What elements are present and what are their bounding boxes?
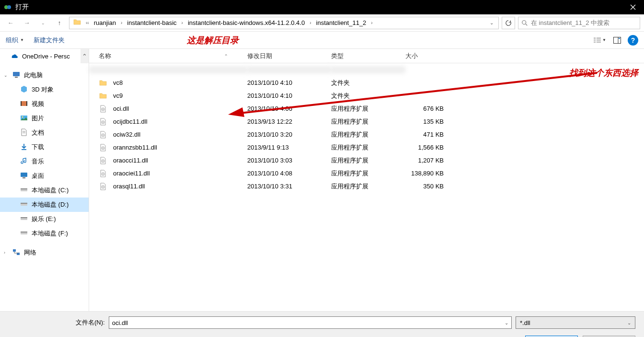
- sidebar-scroll-up[interactable]: ⌃: [80, 49, 89, 63]
- sidebar-videos[interactable]: 视频: [0, 97, 89, 111]
- window-title: 打开: [15, 3, 622, 12]
- file-name: oraociei11.dll: [113, 170, 150, 177]
- sidebar-network[interactable]: ›网络: [0, 245, 89, 260]
- file-type: 应用程序扩展: [331, 117, 405, 126]
- file-size: 1,566 KB: [405, 144, 453, 151]
- caret-down-icon: ▼: [602, 38, 606, 42]
- search-input[interactable]: 在 instantclient_11_2 中搜索: [518, 17, 640, 29]
- sidebar-this-pc[interactable]: ⌄ 此电脑: [0, 68, 89, 82]
- dll-file-icon: [99, 170, 107, 177]
- svg-rect-35: [13, 249, 16, 252]
- file-row[interactable]: ocijdbc11.dll2013/9/13 12:22应用程序扩展135 KB: [89, 115, 644, 128]
- column-size[interactable]: 大小: [405, 52, 453, 60]
- file-size: 676 KB: [405, 105, 453, 112]
- chevron-down-icon: ⌄: [4, 73, 9, 78]
- file-row[interactable]: orannzsbb11.dll2013/9/11 9:13应用程序扩展1,566…: [89, 141, 644, 154]
- file-type: 文件夹: [331, 92, 405, 100]
- annotation-find-select: 找到这个东西选择: [569, 67, 638, 79]
- svg-line-5: [526, 23, 528, 25]
- file-date: 2013/9/13 12:22: [247, 118, 331, 125]
- file-row[interactable]: orasql11.dll2013/10/10 3:31应用程序扩展350 KB: [89, 180, 644, 193]
- svg-rect-11: [597, 42, 601, 42]
- breadcrumb-item[interactable]: instantclient_11_2: [314, 18, 368, 27]
- video-icon: [20, 100, 28, 109]
- file-date: 2013/10/10 4:08: [247, 170, 331, 177]
- address-bar[interactable]: ‹‹ ruanjian › instantclient-basic › inst…: [69, 17, 499, 29]
- sidebar-desktop[interactable]: 桌面: [0, 169, 89, 183]
- file-row-blurred[interactable]: [89, 63, 644, 76]
- forward-button[interactable]: →: [20, 16, 34, 30]
- network-icon: [12, 248, 20, 257]
- caret-down-icon: ▼: [20, 38, 24, 42]
- file-row[interactable]: vc82013/10/10 4:10文件夹: [89, 76, 644, 89]
- file-size: 350 KB: [405, 183, 453, 190]
- svg-rect-19: [26, 101, 27, 106]
- breadcrumb-item[interactable]: instantclient-basic: [125, 18, 178, 27]
- dropdown-icon[interactable]: ⌄: [505, 320, 508, 325]
- sidebar-documents[interactable]: 文档: [0, 126, 89, 140]
- svg-point-21: [22, 116, 23, 117]
- file-name: orannzsbb11.dll: [113, 144, 157, 151]
- recent-caret[interactable]: ⌄: [36, 16, 50, 30]
- view-mode-button[interactable]: ▼: [593, 35, 607, 46]
- dll-file-icon: [99, 131, 107, 139]
- column-date[interactable]: 修改日期: [247, 52, 331, 60]
- organize-button[interactable]: 组织▼: [6, 36, 24, 45]
- up-button[interactable]: ↑: [53, 16, 66, 30]
- refresh-button[interactable]: [502, 17, 515, 29]
- svg-rect-32: [21, 217, 27, 218]
- file-row[interactable]: vc92013/10/10 4:10文件夹: [89, 89, 644, 102]
- file-row[interactable]: oci.dll2013/10/10 4:06应用程序扩展676 KB: [89, 102, 644, 115]
- filter-select[interactable]: *.dll ⌄: [516, 316, 635, 329]
- disk-icon: [20, 229, 28, 238]
- sidebar-disk-c[interactable]: 本地磁盘 (C:): [0, 183, 89, 198]
- file-row[interactable]: ociw32.dll2013/10/10 3:20应用程序扩展471 KB: [89, 128, 644, 141]
- file-type: 应用程序扩展: [331, 143, 405, 152]
- breadcrumb-item[interactable]: instantclient-basic-windows.x64-11.2.0.4…: [186, 18, 307, 27]
- column-type[interactable]: 类型: [331, 52, 405, 60]
- dll-file-icon: [99, 105, 107, 113]
- sidebar-disk-f[interactable]: 本地磁盘 (F:): [0, 226, 89, 241]
- file-date: 2013/10/10 3:31: [247, 183, 331, 190]
- filename-input[interactable]: oci.dll ⌄: [109, 316, 512, 329]
- file-size: 138,890 KB: [405, 170, 453, 177]
- file-type: 应用程序扩展: [331, 156, 405, 165]
- file-size: 471 KB: [405, 131, 453, 138]
- new-folder-button[interactable]: 新建文件夹: [34, 36, 65, 45]
- svg-point-50: [103, 186, 104, 187]
- address-dropdown[interactable]: ⌄: [487, 20, 496, 25]
- file-date: 2013/10/10 3:03: [247, 157, 331, 164]
- desktop-icon: [20, 172, 28, 181]
- column-name[interactable]: 名称⌃: [89, 52, 247, 60]
- search-placeholder: 在 instantclient_11_2 中搜索: [531, 19, 610, 27]
- close-button[interactable]: [622, 0, 644, 14]
- sidebar-disk-d[interactable]: 本地磁盘 (D:): [0, 198, 89, 212]
- sidebar-music[interactable]: 音乐: [0, 154, 89, 169]
- svg-point-44: [103, 148, 104, 149]
- dropdown-icon: ⌄: [627, 320, 631, 325]
- dialog-bottom: 文件名(N): oci.dll ⌄ *.dll ⌄ 打开(O) ▼ 取消: [0, 311, 644, 337]
- sidebar-onedrive[interactable]: OneDrive - Persc: [0, 49, 89, 63]
- sidebar-disk-e[interactable]: 娱乐 (E:): [0, 212, 89, 226]
- sidebar-downloads[interactable]: 下载: [0, 140, 89, 154]
- toolbar: 组织▼ 新建文件夹 这是解压目录 ▼ ?: [0, 32, 644, 49]
- svg-rect-16: [15, 77, 18, 78]
- preview-pane-button[interactable]: [610, 35, 624, 46]
- svg-rect-9: [597, 40, 601, 40]
- help-button[interactable]: ?: [628, 35, 638, 46]
- svg-point-38: [103, 109, 104, 110]
- sidebar-pictures[interactable]: 图片: [0, 111, 89, 126]
- file-row[interactable]: oraociei11.dll2013/10/10 4:08应用程序扩展138,8…: [89, 167, 644, 180]
- sidebar-3d-objects[interactable]: 3D 对象: [0, 82, 89, 97]
- folder-icon: [73, 18, 81, 27]
- main-area: ⌃ OneDrive - Persc ⌄ 此电脑 3D 对象 视频 图片 文档 …: [0, 49, 644, 311]
- breadcrumb-item[interactable]: ruanjian: [92, 18, 118, 27]
- file-type: 文件夹: [331, 79, 405, 87]
- back-button[interactable]: ←: [4, 16, 17, 30]
- chevron-icon: ›: [371, 20, 372, 25]
- pc-icon: [12, 71, 20, 80]
- file-name: ocijdbc11.dll: [113, 118, 148, 125]
- file-date: 2013/9/11 9:13: [247, 144, 331, 151]
- file-row[interactable]: oraocci11.dll2013/10/10 3:03应用程序扩展1,207 …: [89, 154, 644, 167]
- svg-rect-14: [619, 38, 620, 39]
